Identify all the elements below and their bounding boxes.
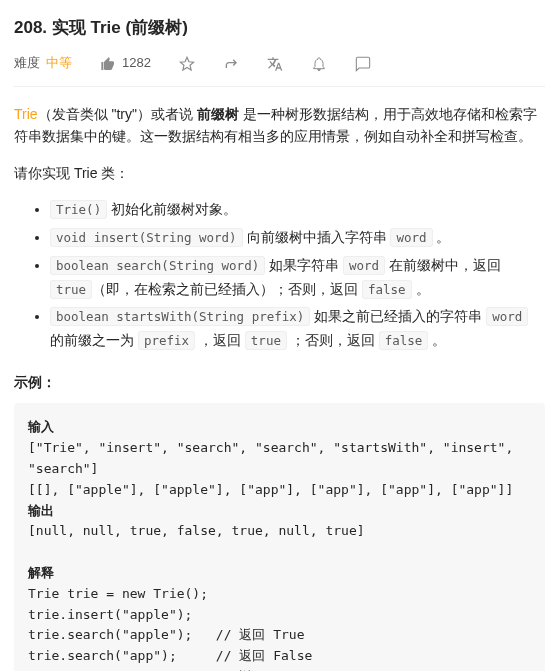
favorite-button[interactable] (179, 56, 195, 72)
notification-button[interactable] (311, 56, 327, 72)
code-inline: boolean search(String word) (50, 256, 265, 275)
method-list: Trie() 初始化前缀树对象。 void insert(String word… (14, 198, 545, 353)
problem-title: 208. 实现 Trie (前缀树) (14, 14, 188, 41)
description: Trie（发音类似 "try"）或者说 前缀树 是一种树形数据结构，用于高效地存… (14, 103, 545, 148)
bell-icon (311, 56, 327, 72)
code-inline: false (379, 331, 429, 350)
code-inline: word (343, 256, 385, 275)
share-button[interactable] (223, 56, 239, 72)
feedback-button[interactable] (355, 56, 371, 72)
code-inline: false (362, 280, 412, 299)
star-icon (179, 56, 195, 72)
thumbs-up-icon (100, 56, 116, 72)
code-inline: void insert(String word) (50, 228, 243, 247)
difficulty-label: 难度 (14, 53, 40, 74)
translate-icon (267, 56, 283, 72)
difficulty-value: 中等 (46, 53, 72, 74)
code-inline: Trie() (50, 200, 107, 219)
list-item: boolean search(String word) 如果字符串 word 在… (50, 254, 545, 302)
example-codeblock: 输入 ["Trie", "insert", "search", "search"… (14, 403, 545, 671)
code-inline: true (245, 331, 287, 350)
list-item: boolean startsWith(String prefix) 如果之前已经… (50, 305, 545, 353)
code-inline: word (486, 307, 528, 326)
translate-button[interactable] (267, 56, 283, 72)
code-inline: boolean startsWith(String prefix) (50, 307, 310, 326)
example-label: 示例： (14, 371, 545, 393)
feedback-icon (355, 56, 371, 72)
trie-link[interactable]: Trie (14, 106, 38, 122)
code-inline: prefix (138, 331, 195, 350)
code-inline: word (390, 228, 432, 247)
difficulty: 难度 中等 (14, 53, 72, 74)
code-inline: true (50, 280, 92, 299)
like-count: 1282 (122, 53, 151, 74)
list-item: void insert(String word) 向前缀树中插入字符串 word… (50, 226, 545, 250)
meta-bar: 难度 中等 1282 (14, 53, 545, 87)
share-icon (223, 56, 239, 72)
prompt: 请你实现 Trie 类： (14, 162, 545, 184)
like-button[interactable]: 1282 (100, 53, 151, 74)
list-item: Trie() 初始化前缀树对象。 (50, 198, 545, 222)
